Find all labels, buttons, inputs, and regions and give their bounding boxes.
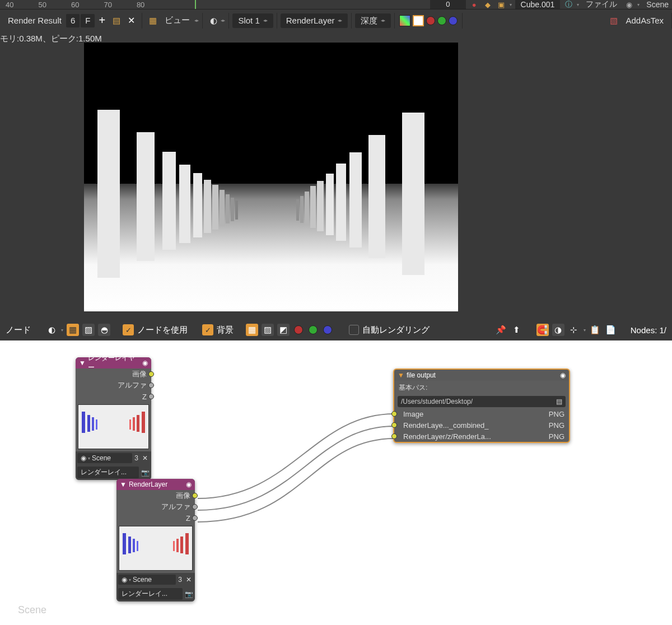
close-icon[interactable]: ✕ — [124, 14, 138, 27]
shader-tree-icon[interactable]: ◐ — [45, 324, 58, 336]
pass-selector[interactable]: 深度◂▸ — [355, 13, 391, 28]
preview-icon[interactable]: ◉ — [560, 371, 566, 379]
file-output-node[interactable]: ▼ file output ◉ 基本パス: /Users/student/Des… — [393, 369, 570, 443]
chevron-icon[interactable]: ▾ — [61, 328, 63, 333]
use-nodes-checkbox[interactable]: ✓ — [123, 324, 134, 335]
backdrop-ch-rgba-icon[interactable]: ▦ — [246, 324, 258, 336]
snap-icon[interactable]: 🧲 — [536, 324, 549, 336]
chevron-icon[interactable]: ◂▸ — [221, 18, 225, 23]
node-title: RenderLayer — [129, 481, 167, 488]
tick: 80 — [137, 1, 144, 9]
playhead[interactable] — [195, 0, 196, 9]
base-path-input[interactable]: /Users/student/Desktop/ ▤ — [398, 396, 566, 407]
scene-selector[interactable]: ◉▾Scene 3 ✕ — [76, 451, 151, 465]
key-icon[interactable]: ◆ — [483, 0, 493, 9]
scene-name[interactable]: Scene — [643, 0, 672, 9]
frame-number[interactable]: 0 — [430, 0, 465, 9]
preview-icon[interactable]: ◉ — [142, 359, 148, 367]
render-layers-node-1[interactable]: ▼ レンダーレイヤー ◉ 画像 アルファ Z — [76, 357, 151, 480]
render-icon[interactable]: 📷 — [185, 590, 193, 598]
image-users[interactable]: 6 — [66, 14, 80, 27]
auto-render-checkbox[interactable] — [349, 325, 359, 335]
folder-icon[interactable]: ▤ — [556, 398, 562, 405]
tick: 40 — [6, 1, 13, 9]
node-title-bar[interactable]: ▼ RenderLayer ◉ — [116, 479, 195, 490]
scene-icon: ◉ — [122, 576, 127, 584]
timeline-bar[interactable]: 40 50 60 70 80 0 ● ◆ ▣ ▾ Cube.001 ⓘ ▾ ファ… — [0, 0, 672, 9]
node-menu[interactable]: ノード — [6, 325, 31, 335]
output-image-socket[interactable]: 画像 — [116, 490, 195, 501]
backdrop-b-icon[interactable] — [323, 325, 332, 334]
node-editor-header: ノード ◐ ▾ ▦ ▨ ◓ ✓ ノードを使用 ✓ 背景 ▦ ▨ ◩ 自動レンダリ… — [0, 319, 672, 341]
compositor-tree-icon[interactable]: ▦ — [67, 324, 79, 336]
chevron-down-icon[interactable]: ▾ — [510, 2, 512, 7]
file-menu[interactable]: ファイル — [582, 0, 620, 10]
channel-rgb-icon[interactable] — [413, 15, 424, 26]
backdrop-r-icon[interactable] — [294, 325, 303, 334]
layer-selector[interactable]: RenderLayer◂▸ — [281, 13, 348, 28]
pin-icon[interactable]: 📌 — [495, 324, 507, 336]
output-z-socket[interactable]: Z — [116, 512, 195, 524]
fake-user-button[interactable]: F — [81, 14, 95, 27]
record-icon[interactable]: ● — [469, 0, 479, 9]
add-icon[interactable]: + — [95, 14, 109, 27]
render-layers-node-2[interactable]: ▼ RenderLayer ◉ 画像 アルファ Z — [116, 479, 195, 601]
close-icon[interactable]: ✕ — [141, 454, 150, 462]
chevron-down-icon[interactable]: ▾ — [637, 2, 640, 7]
node-canvas[interactable]: Scene ▼ レンダーレイヤー ◉ 画像 アルファ Z — [0, 341, 672, 625]
texture-tree-icon[interactable]: ▨ — [82, 324, 95, 336]
slot-selector[interactable]: Slot 1◂▸ — [232, 13, 273, 28]
backdrop-checkbox[interactable]: ✓ — [202, 324, 213, 335]
snap-type-icon[interactable]: ◑ — [552, 324, 564, 336]
input-combined-socket[interactable]: RenderLaye..._combined_ PNG — [394, 419, 569, 431]
chevron-icon[interactable]: ▾ — [584, 328, 586, 333]
texture-icon: ▧ — [607, 14, 620, 27]
preview-icon[interactable]: ◉ — [186, 481, 192, 488]
open-icon[interactable]: ▤ — [110, 14, 123, 27]
collapse-icon[interactable]: ▼ — [79, 359, 86, 367]
close-icon[interactable]: ✕ — [184, 576, 193, 584]
view-menu[interactable]: ビュー — [160, 15, 194, 26]
image-name[interactable]: Render Result — [3, 16, 66, 25]
chevron-down-icon[interactable]: ▾ — [577, 2, 579, 7]
addastex-button[interactable]: AddAsTex — [621, 16, 668, 25]
output-alpha-socket[interactable]: アルファ — [76, 380, 151, 391]
output-z-socket[interactable]: Z — [76, 391, 151, 402]
backdrop-label: 背景 — [217, 325, 234, 335]
node-title-bar[interactable]: ▼ file output ◉ — [394, 370, 569, 381]
copy-icon[interactable]: 📋 — [589, 324, 601, 336]
nodes-count: Nodes: 1/ — [631, 325, 666, 335]
scene-users: 3 — [134, 454, 138, 462]
input-z-socket[interactable]: RenderLayer/z/RenderLa... PNG — [394, 431, 569, 442]
mode-icon[interactable]: ◐ — [207, 14, 220, 27]
node-title: file output — [407, 371, 436, 379]
scene-selector[interactable]: ◉▾Scene 3 ✕ — [116, 573, 195, 586]
active-object[interactable]: Cube.001 — [515, 0, 561, 9]
snap-grid-icon[interactable]: ⊹ — [568, 324, 580, 336]
backdrop-ch-a-icon[interactable]: ◩ — [277, 324, 290, 336]
chevron-icon[interactable]: ◂▸ — [194, 18, 199, 23]
layer-selector[interactable]: レンダーレイ... 📷 — [116, 586, 195, 601]
use-nodes-label: ノードを使用 — [137, 325, 188, 335]
layer-selector[interactable]: レンダーレイ... 📷 — [76, 465, 151, 480]
parent-icon[interactable]: ⬆ — [511, 324, 523, 336]
channel-r-icon[interactable] — [426, 16, 435, 25]
info-icon[interactable]: ⓘ — [563, 0, 573, 9]
paste-icon[interactable]: 📄 — [605, 324, 617, 336]
image-viewport[interactable]: モリ:0.38M、ピーク:1.50M — [0, 31, 672, 319]
collapse-icon[interactable]: ▼ — [398, 371, 404, 379]
render-icon[interactable]: 📷 — [141, 469, 150, 477]
auto-render-label: 自動レンダリング — [362, 325, 430, 335]
channel-rgba-icon[interactable] — [399, 15, 410, 26]
material-tree-icon[interactable]: ◓ — [98, 324, 110, 336]
input-image-socket[interactable]: Image PNG — [394, 408, 569, 419]
tick: 70 — [104, 1, 111, 9]
node-title-bar[interactable]: ▼ レンダーレイヤー ◉ — [76, 357, 151, 369]
output-alpha-socket[interactable]: アルファ — [116, 501, 195, 512]
channel-b-icon[interactable] — [449, 16, 458, 25]
collapse-icon[interactable]: ▼ — [120, 481, 127, 488]
backdrop-g-icon[interactable] — [309, 325, 318, 334]
channel-g-icon[interactable] — [437, 16, 446, 25]
output-image-socket[interactable]: 画像 — [76, 369, 151, 380]
backdrop-ch-rgb-icon[interactable]: ▨ — [262, 324, 274, 336]
